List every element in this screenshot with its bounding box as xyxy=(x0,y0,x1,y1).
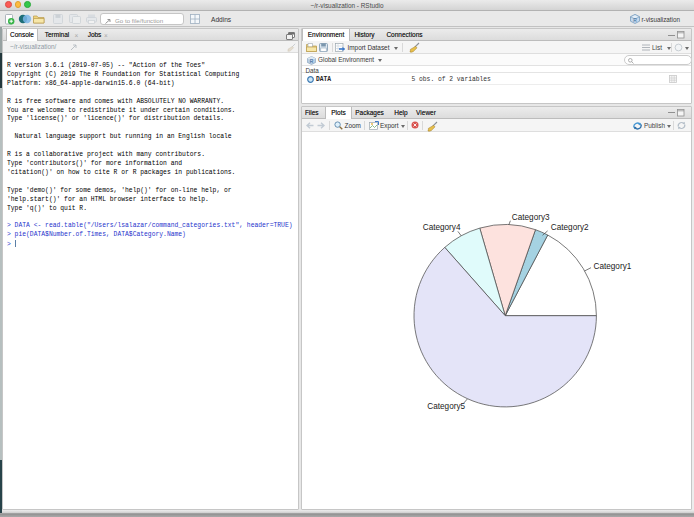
svg-text:Category3: Category3 xyxy=(512,212,550,221)
svg-text:Category2: Category2 xyxy=(551,223,589,232)
svg-text:Category4: Category4 xyxy=(423,223,461,232)
svg-text:R: R xyxy=(310,59,314,64)
svg-text:R: R xyxy=(633,17,637,23)
svg-text:Category5: Category5 xyxy=(427,401,465,410)
svg-text:Category1: Category1 xyxy=(594,262,632,271)
